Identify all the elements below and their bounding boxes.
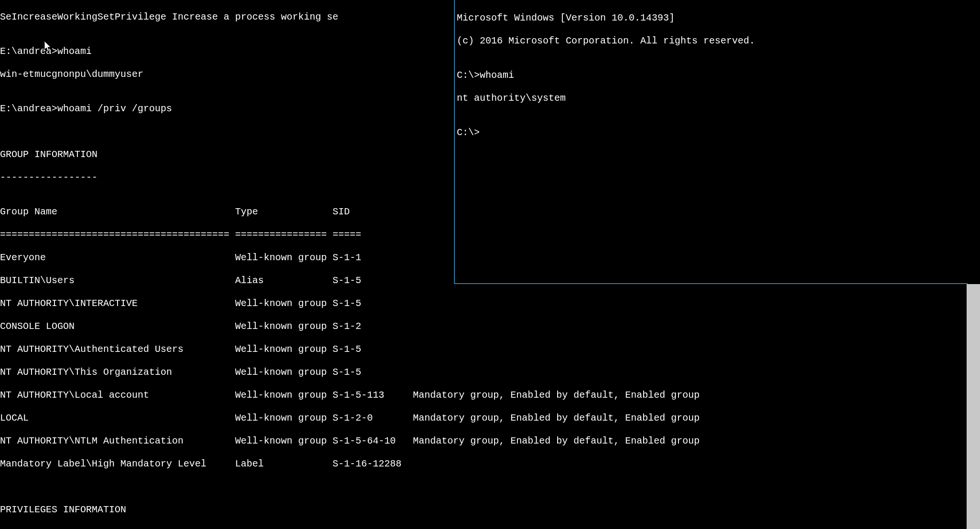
cmd-output: nt authority\system — [457, 93, 966, 104]
right-cmd-terminal[interactable]: Microsoft Windows [Version 10.0.14393] (… — [454, 0, 968, 284]
vertical-scrollbar[interactable] — [967, 284, 980, 529]
table-row: NT AUTHORITY\Authenticated Users Well-kn… — [0, 344, 980, 355]
cmd-prompt: C:\>whoami — [457, 70, 966, 81]
cmd-prompt: C:\> — [457, 127, 966, 138]
table-row: Mandatory Label\High Mandatory Level Lab… — [0, 458, 980, 470]
table-row: NT AUTHORITY\Local account Well-known gr… — [0, 390, 980, 401]
banner-line: (c) 2016 Microsoft Corporation. All righ… — [457, 35, 966, 47]
table-row: NT AUTHORITY\NTLM Authentication Well-kn… — [0, 435, 980, 447]
table-row: NT AUTHORITY\INTERACTIVE Well-known grou… — [0, 298, 980, 309]
table-row: NT AUTHORITY\This Organization Well-know… — [0, 367, 980, 378]
banner-line: Microsoft Windows [Version 10.0.14393] — [457, 12, 966, 24]
table-row: CONSOLE LOGON Well-known group S-1-2 — [0, 321, 980, 332]
section-header: PRIVILEGES INFORMATION — [0, 504, 980, 516]
table-row: LOCAL Well-known group S-1-2-0 Mandatory… — [0, 413, 980, 424]
section-divider: ---------------------- — [0, 527, 980, 529]
